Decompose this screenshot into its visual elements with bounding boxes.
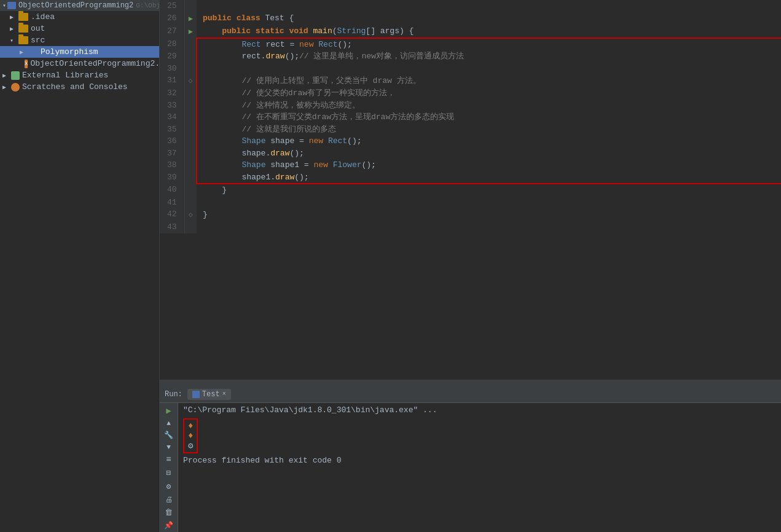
scratches-label: Scratches and Consoles (22, 82, 128, 92)
table-row: 37 shape.draw(); (160, 147, 781, 160)
run-down-button[interactable]: ▼ (163, 444, 175, 451)
line-code: Shape shape = new Rect(); (197, 135, 781, 147)
out-folder-icon (18, 25, 28, 33)
line-number: 35 (160, 123, 184, 136)
run-tab-close[interactable]: × (222, 391, 226, 397)
line-gutter (184, 135, 197, 147)
line-gutter (184, 63, 197, 75)
line-code: // 使用向上转型，重写，父类当中 draw 方法。 (197, 74, 781, 87)
line-number: 33 (160, 100, 184, 112)
table-row: 33 // 这种情况，被称为动态绑定。 (160, 100, 781, 112)
sidebar-item-iml[interactable]: ▶ X ObjectOrientedProgramming2.iml (0, 58, 159, 69)
line-number: 36 (160, 135, 184, 147)
line-code (197, 221, 781, 233)
table-row: 28 Rect rect = new Rect(); (160, 38, 781, 51)
table-row: 26 ▶ public class Test { (160, 12, 781, 25)
line-gutter (184, 100, 197, 112)
poly-arrow: ▶ (20, 49, 27, 56)
line-code: rect.draw();// 这里是单纯，new对象，访问普通成员方法 (197, 50, 781, 63)
extlibs-label: External Libraries (22, 71, 108, 80)
run-tab-icon (192, 391, 200, 398)
run-trash-button[interactable]: 🗑 (163, 508, 175, 517)
run-pin-button[interactable]: 📌 (163, 521, 175, 530)
run-arrow-icon: ▶ (189, 28, 193, 36)
sidebar-item-polymorphism[interactable]: ▶ Polymorphism (0, 46, 159, 58)
line-gutter (184, 171, 197, 184)
run-toolbar: ▶ ▲ 🔧 ▼ ≡ ⊟ ⚙ 🖨 🗑 📌 (160, 403, 178, 532)
horizontal-scrollbar[interactable] (160, 380, 781, 385)
line-number: 31 (160, 74, 184, 87)
table-row: 29 rect.draw();// 这里是单纯，new对象，访问普通成员方法 (160, 50, 781, 63)
code-table: 25 26 ▶ public class Test { 27 (160, 0, 781, 233)
run-play-button[interactable]: ▶ (163, 405, 175, 416)
table-row: 36 Shape shape = new Rect(); (160, 135, 781, 147)
line-number: 39 (160, 171, 184, 184)
table-row: 30 (160, 63, 781, 75)
line-number: 32 (160, 87, 184, 100)
run-tab-label: Test (202, 390, 220, 399)
table-row: 25 (160, 0, 781, 12)
project-root-item[interactable]: ▾ ObjectOrientedProgramming2 G:\ObjectOr… (0, 0, 159, 11)
table-row: 40 } (160, 184, 781, 197)
line-number: 27 (160, 25, 184, 38)
line-gutter: ▶ (184, 12, 197, 25)
out-arrow: ▶ (10, 25, 17, 33)
run-arrow-icon: ▶ (189, 15, 193, 23)
line-code: } (197, 184, 781, 197)
table-row: 32 // 使父类的draw有了另一种实现的方法， (160, 87, 781, 100)
out-label: out (31, 24, 45, 33)
table-row: 41 (160, 197, 781, 209)
line-code: Rect rect = new Rect(); (197, 38, 781, 51)
poly-label: Polymorphism (41, 47, 98, 57)
run-tab[interactable]: Test × (187, 389, 231, 400)
line-number: 43 (160, 221, 184, 233)
line-gutter (184, 50, 197, 63)
line-code: // 这种情况，被称为动态绑定。 (197, 100, 781, 112)
output-line-2: ♦ (188, 431, 193, 440)
project-name: ObjectOrientedProgramming2 (18, 1, 133, 10)
table-row: 27 ▶ public static void main(String[] ar… (160, 25, 781, 38)
line-number: 30 (160, 63, 184, 75)
code-editor: 25 26 ▶ public class Test { 27 (160, 0, 781, 385)
project-path: G:\ObjectOrientedProgram... (136, 2, 160, 9)
run-collapse-button[interactable]: ⊟ (163, 468, 175, 478)
idea-folder-icon (18, 13, 28, 21)
idea-arrow: ▶ (10, 14, 17, 21)
line-code (197, 0, 781, 12)
line-number: 42 (160, 208, 184, 221)
run-up-button[interactable]: ▲ (163, 420, 175, 427)
sidebar-item-ext-libs[interactable]: ▶ External Libraries (0, 69, 159, 81)
bookmark-icon2: ◇ (189, 211, 193, 219)
bookmark-icon: ◇ (188, 77, 192, 85)
line-gutter (184, 184, 197, 197)
line-number: 34 (160, 111, 184, 123)
line-gutter (184, 147, 197, 160)
line-gutter (184, 197, 197, 209)
run-settings-button[interactable]: ⚙ (163, 482, 175, 491)
iml-file-icon: X (25, 60, 28, 68)
table-row: 39 shape1.draw(); (160, 171, 781, 184)
line-code: public static void main(String[] args) { (197, 25, 781, 38)
scratches-icon (11, 83, 20, 92)
sidebar-item-src[interactable]: ▾ src (0, 34, 159, 46)
table-row: 31 ◇ // 使用向上转型，重写，父类当中 draw 方法。 (160, 74, 781, 87)
extlibs-icon (11, 71, 20, 80)
poly-folder-icon (28, 48, 38, 56)
run-list-button[interactable]: ≡ (163, 455, 175, 464)
line-gutter (184, 123, 197, 136)
line-code: public class Test { (197, 12, 781, 25)
line-number: 28 (160, 38, 184, 51)
line-number: 26 (160, 12, 184, 25)
run-wrench-button[interactable]: 🔧 (163, 431, 175, 440)
idea-label: .idea (31, 12, 55, 22)
line-gutter: ▶ (184, 25, 197, 38)
table-row: 35 // 这就是我们所说的多态 (160, 123, 781, 136)
line-gutter (184, 159, 197, 171)
sidebar-item-out[interactable]: ▶ out (0, 23, 159, 34)
console-output-area: "C:\Program Files\Java\jdk1.8.0_301\bin\… (178, 403, 781, 532)
run-print-button[interactable]: 🖨 (163, 495, 175, 504)
sidebar-item-idea[interactable]: ▶ .idea (0, 11, 159, 23)
run-panel: Run: Test × ▶ ▲ 🔧 ▼ ≡ ⊟ ⚙ 🖨 (160, 385, 781, 532)
sidebar-item-scratches[interactable]: ▶ Scratches and Consoles (0, 81, 159, 93)
line-number: 41 (160, 197, 184, 209)
